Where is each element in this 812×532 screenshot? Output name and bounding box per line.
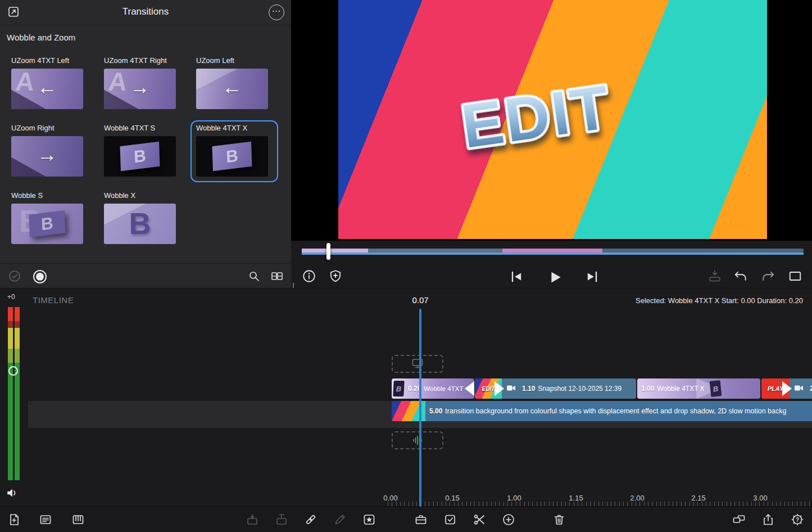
clip-duration: 2.20 bbox=[810, 385, 812, 393]
share-export-button[interactable] bbox=[761, 513, 775, 526]
timeline-playhead[interactable] bbox=[419, 309, 421, 507]
share-icon bbox=[761, 513, 775, 526]
monitor-icon bbox=[412, 358, 423, 369]
insert-clip-button[interactable] bbox=[246, 513, 259, 526]
play-button[interactable] bbox=[546, 269, 561, 283]
mute-button[interactable] bbox=[6, 485, 20, 500]
preview-mode-button[interactable] bbox=[33, 270, 47, 283]
transition-item-uzoom-4txt-right[interactable]: UZoom 4TXT Right A → bbox=[99, 54, 185, 114]
panel-footer bbox=[0, 263, 291, 288]
wobble-card: B bbox=[29, 210, 66, 237]
thumb-letter: B bbox=[104, 206, 176, 241]
overwrite-clip-button[interactable] bbox=[275, 513, 288, 526]
more-options-button[interactable]: ⋯ bbox=[269, 4, 284, 20]
transition-in-handle[interactable] bbox=[495, 381, 504, 396]
transition-out-handle[interactable] bbox=[465, 381, 474, 396]
transition-item-wobble-4txt-s[interactable]: Wobble 4TXT S B bbox=[99, 121, 185, 181]
scrubber-segment-title bbox=[502, 249, 602, 253]
transition-thumbnail: B bbox=[196, 136, 268, 177]
undo-icon bbox=[733, 269, 748, 283]
meter-bar-right bbox=[15, 307, 20, 480]
fullscreen-button[interactable] bbox=[788, 269, 802, 283]
preview-scrubber[interactable] bbox=[302, 247, 804, 256]
split-clip-button[interactable] bbox=[473, 513, 486, 526]
redo-icon bbox=[761, 269, 775, 283]
info-icon bbox=[302, 269, 316, 283]
skip-to-end-button[interactable] bbox=[584, 269, 599, 283]
clip-transition-wobble-1[interactable]: B 0.20 Wobble 4TXT X bbox=[392, 378, 474, 399]
transition-label: Wobble X bbox=[104, 191, 185, 200]
preview-area: EDIT bbox=[291, 0, 812, 241]
meter-marker[interactable] bbox=[8, 366, 18, 376]
trash-icon bbox=[552, 513, 566, 526]
clip-info-button[interactable] bbox=[302, 269, 316, 283]
scrubber-segment-transition bbox=[302, 249, 368, 253]
audio-track-placeholder[interactable] bbox=[392, 431, 443, 449]
timeline-heading: TIMELINE bbox=[33, 295, 74, 305]
add-marker-button[interactable] bbox=[328, 269, 343, 283]
external-display-button[interactable] bbox=[732, 513, 746, 526]
clip-transition-wobble-2[interactable]: 1.00 Wobble 4TXT X B bbox=[637, 378, 760, 399]
panel-header: Transitions ⋯ bbox=[0, 0, 291, 25]
timeline-area: +0 TIMELINE 0.07 Selected: Wobble 4TXT X… bbox=[0, 288, 812, 507]
transition-label: UZoom 4TXT Right bbox=[104, 56, 185, 65]
plus-circle-icon bbox=[502, 513, 515, 526]
wobble-card: B bbox=[120, 142, 160, 172]
ruler-label: 0.15 bbox=[436, 494, 469, 502]
clip-thumb-text: PLAY bbox=[768, 385, 784, 392]
clip-thumb-text: EDIT bbox=[482, 386, 495, 392]
skip-forward-icon bbox=[584, 269, 600, 285]
track-headers-button[interactable] bbox=[71, 513, 85, 526]
play-icon bbox=[546, 269, 563, 286]
preview-video[interactable]: EDIT bbox=[338, 0, 767, 239]
add-button[interactable] bbox=[502, 513, 515, 526]
redo-button[interactable] bbox=[761, 269, 775, 283]
preview-overlay-text: EDIT bbox=[457, 71, 615, 161]
link-clips-button[interactable] bbox=[304, 513, 317, 526]
skip-to-start-button[interactable] bbox=[509, 269, 523, 283]
append-to-timeline-button[interactable] bbox=[707, 269, 722, 283]
ruler-label: 1.15 bbox=[559, 494, 593, 502]
project-details-button[interactable] bbox=[39, 513, 52, 526]
clip-duration: 1.00 bbox=[641, 385, 654, 393]
edit-clip-button[interactable] bbox=[333, 513, 347, 526]
clip-tools-button[interactable] bbox=[414, 513, 428, 526]
transition-item-wobble-x[interactable]: Wobble X B bbox=[99, 189, 185, 249]
delete-clip-button[interactable] bbox=[552, 513, 566, 526]
question-glyph: ? bbox=[796, 517, 799, 523]
clip-video-play[interactable]: PLAY 2.20 bbox=[761, 378, 812, 399]
transition-item-uzoom-right[interactable]: UZoom Right → bbox=[7, 121, 92, 181]
clip-name: transition background from colourful sha… bbox=[445, 407, 786, 415]
thumb-letter: B bbox=[41, 214, 54, 235]
confirm-selection-button[interactable] bbox=[8, 269, 21, 283]
ruler-label: 0.00 bbox=[374, 494, 407, 502]
camera-icon bbox=[795, 384, 803, 394]
search-icon bbox=[247, 269, 261, 283]
frame-view-icon bbox=[270, 269, 284, 283]
clip-video-snapshot[interactable]: EDIT 1.10 Snapshot 12-10-2025 12:39 bbox=[475, 378, 636, 399]
thumbnail-view-button[interactable] bbox=[270, 269, 284, 283]
undo-button[interactable] bbox=[733, 269, 748, 283]
transition-thumbnail: → bbox=[11, 136, 83, 177]
bottom-toolbar: ? bbox=[0, 506, 812, 532]
transition-in-handle[interactable] bbox=[782, 381, 792, 396]
transition-item-uzoom-left[interactable]: UZoom Left ← bbox=[192, 54, 277, 114]
transition-item-wobble-s[interactable]: Wobble S B B bbox=[7, 189, 92, 249]
scrubber-playhead[interactable] bbox=[326, 243, 330, 260]
transition-item-uzoom-4txt-left[interactable]: UZoom 4TXT Left A ← bbox=[7, 54, 92, 114]
title-track-placeholder[interactable] bbox=[392, 355, 443, 373]
effects-button[interactable] bbox=[362, 513, 376, 526]
help-settings-button[interactable]: ? bbox=[791, 513, 804, 526]
search-button[interactable] bbox=[247, 269, 261, 283]
meter-bar-left bbox=[8, 307, 13, 480]
new-project-button[interactable] bbox=[7, 513, 21, 526]
clip-background-transition[interactable]: 5.00 transition background from colourfu… bbox=[392, 401, 812, 421]
transition-label: Wobble 4TXT X bbox=[196, 124, 277, 132]
transition-thumbnail: B bbox=[104, 136, 176, 177]
right-arrow-icon: → bbox=[104, 75, 176, 99]
select-clips-button[interactable] bbox=[443, 513, 457, 526]
insert-clip-icon bbox=[246, 513, 259, 526]
selection-info: Selected: Wobble 4TXT X Start: 0.00 Dura… bbox=[636, 296, 803, 305]
video-editor-app: Transitions ⋯ Wobble and Zoom UZoom 4TXT… bbox=[0, 0, 812, 532]
transition-item-wobble-4txt-x-selected[interactable]: Wobble 4TXT X B bbox=[192, 121, 277, 181]
